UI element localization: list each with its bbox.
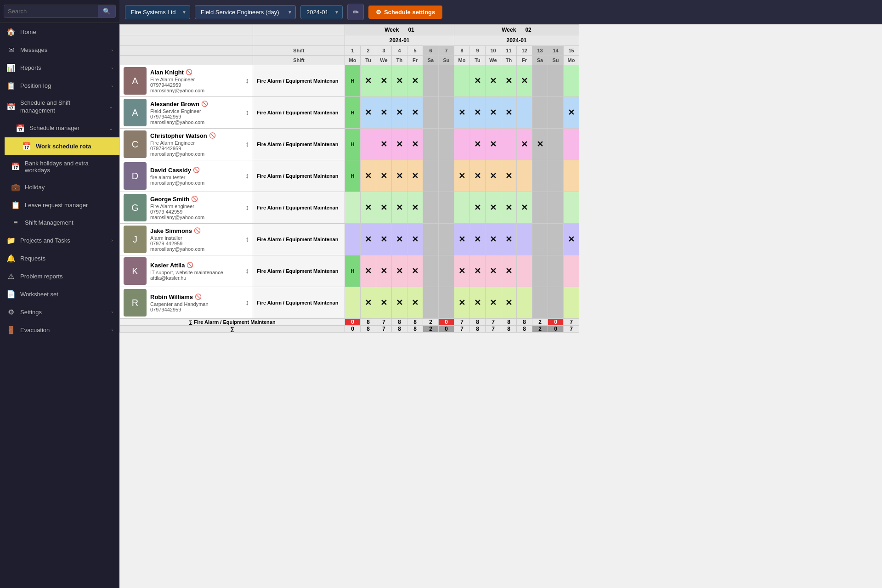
sidebar-item-worksheet-set[interactable]: 📄 Worksheet set	[0, 285, 119, 303]
day-cell-w1-5-robin-williams[interactable]	[423, 287, 439, 319]
sidebar-item-leave-request[interactable]: 📋 Leave request manager	[0, 196, 119, 214]
day-cell-w2-6-kasler-attila[interactable]	[548, 255, 564, 287]
day-cell-w2-0-george-smith[interactable]	[454, 192, 470, 224]
sort-arrows-icon[interactable]: ↕	[245, 204, 249, 212]
day-cell-w1-2-alexander-brown[interactable]: ✕	[376, 97, 392, 129]
day-cell-w1-6-christopher-watson[interactable]	[439, 129, 454, 160]
day-cell-w2-4-christopher-watson[interactable]: ✕	[517, 129, 532, 160]
day-cell-w1-1-kasler-attila[interactable]: ✕	[361, 255, 376, 287]
sidebar-item-problem-reports[interactable]: ⚠ Problem reports	[0, 267, 119, 285]
period-select[interactable]: 2024-01	[300, 5, 343, 19]
sidebar-item-position-log[interactable]: 📋 Position log ›	[0, 77, 119, 95]
day-cell-w2-2-christopher-watson[interactable]: ✕	[486, 129, 501, 160]
day-cell-w2-2-jake-simmons[interactable]: ✕	[486, 224, 501, 255]
sidebar-item-home[interactable]: 🏠 Home	[0, 23, 119, 41]
day-cell-w2-6-robin-williams[interactable]	[548, 287, 564, 319]
day-cell-w1-1-david-cassidy[interactable]: ✕	[361, 160, 376, 192]
search-input[interactable]	[4, 5, 98, 18]
day-cell-w2-7-kasler-attila[interactable]	[564, 255, 579, 287]
day-cell-w2-0-david-cassidy[interactable]: ✕	[454, 160, 470, 192]
day-cell-w2-3-robin-williams[interactable]: ✕	[501, 287, 517, 319]
day-cell-w1-4-alexander-brown[interactable]: ✕	[407, 97, 423, 129]
day-cell-w1-5-jake-simmons[interactable]	[423, 224, 439, 255]
day-cell-w2-1-david-cassidy[interactable]: ✕	[470, 160, 486, 192]
sidebar-item-schedule-manager[interactable]: 📅 Schedule manager ⌄	[5, 119, 119, 137]
sort-arrows-icon[interactable]: ↕	[245, 235, 249, 243]
day-cell-w1-5-george-smith[interactable]	[423, 192, 439, 224]
day-cell-w1-2-robin-williams[interactable]: ✕	[376, 287, 392, 319]
day-cell-w1-0-alexander-brown[interactable]: H	[345, 97, 361, 129]
day-cell-w1-4-christopher-watson[interactable]: ✕	[407, 129, 423, 160]
day-cell-w2-4-robin-williams[interactable]	[517, 287, 532, 319]
day-cell-w1-5-kasler-attila[interactable]	[423, 255, 439, 287]
sort-arrows-icon[interactable]: ↕	[245, 299, 249, 307]
day-cell-w1-3-kasler-attila[interactable]: ✕	[392, 255, 407, 287]
day-cell-w2-2-alexander-brown[interactable]: ✕	[486, 97, 501, 129]
day-cell-w1-4-george-smith[interactable]: ✕	[407, 192, 423, 224]
day-cell-w1-1-jake-simmons[interactable]: ✕	[361, 224, 376, 255]
day-cell-w1-4-david-cassidy[interactable]: ✕	[407, 160, 423, 192]
day-cell-w1-0-christopher-watson[interactable]: H	[345, 129, 361, 160]
day-cell-w2-2-david-cassidy[interactable]: ✕	[486, 160, 501, 192]
day-cell-w2-0-jake-simmons[interactable]: ✕	[454, 224, 470, 255]
day-cell-w1-2-george-smith[interactable]: ✕	[376, 192, 392, 224]
day-cell-w2-6-christopher-watson[interactable]	[548, 129, 564, 160]
sort-arrows-icon[interactable]: ↕	[245, 140, 249, 148]
schedule-settings-button[interactable]: ⚙ Schedule settings	[368, 6, 442, 19]
day-cell-w1-4-robin-williams[interactable]: ✕	[407, 287, 423, 319]
day-cell-w1-3-george-smith[interactable]: ✕	[392, 192, 407, 224]
day-cell-w1-2-alan-knight[interactable]: ✕	[376, 65, 392, 97]
day-cell-w1-0-kasler-attila[interactable]: H	[345, 255, 361, 287]
day-cell-w2-6-david-cassidy[interactable]	[548, 160, 564, 192]
day-cell-w1-4-kasler-attila[interactable]: ✕	[407, 255, 423, 287]
day-cell-w1-0-george-smith[interactable]	[345, 192, 361, 224]
day-cell-w2-1-kasler-attila[interactable]: ✕	[470, 255, 486, 287]
day-cell-w2-2-george-smith[interactable]: ✕	[486, 192, 501, 224]
day-cell-w2-5-christopher-watson[interactable]: ✕	[532, 129, 548, 160]
sidebar-item-messages[interactable]: ✉ Messages ›	[0, 41, 119, 59]
day-cell-w1-2-jake-simmons[interactable]: ✕	[376, 224, 392, 255]
day-cell-w2-3-george-smith[interactable]: ✕	[501, 192, 517, 224]
day-cell-w1-3-david-cassidy[interactable]: ✕	[392, 160, 407, 192]
day-cell-w1-3-christopher-watson[interactable]: ✕	[392, 129, 407, 160]
day-cell-w1-6-alan-knight[interactable]	[439, 65, 454, 97]
day-cell-w1-1-george-smith[interactable]: ✕	[361, 192, 376, 224]
day-cell-w1-2-david-cassidy[interactable]: ✕	[376, 160, 392, 192]
sort-arrows-icon[interactable]: ↕	[245, 77, 249, 85]
day-cell-w2-5-robin-williams[interactable]	[532, 287, 548, 319]
day-cell-w2-3-kasler-attila[interactable]: ✕	[501, 255, 517, 287]
day-cell-w1-6-jake-simmons[interactable]	[439, 224, 454, 255]
day-cell-w1-0-david-cassidy[interactable]: H	[345, 160, 361, 192]
day-cell-w1-5-david-cassidy[interactable]	[423, 160, 439, 192]
day-cell-w1-1-robin-williams[interactable]: ✕	[361, 287, 376, 319]
day-cell-w2-5-jake-simmons[interactable]	[532, 224, 548, 255]
day-cell-w1-0-jake-simmons[interactable]	[345, 224, 361, 255]
day-cell-w2-2-robin-williams[interactable]: ✕	[486, 287, 501, 319]
sidebar-item-evacuation[interactable]: 🚪 Evacuation ›	[0, 321, 119, 339]
sidebar-item-requests[interactable]: 🔔 Requests	[0, 249, 119, 267]
day-cell-w1-1-alexander-brown[interactable]: ✕	[361, 97, 376, 129]
sidebar-item-work-schedule-rota[interactable]: 📅 Work schedule rota	[5, 137, 119, 155]
day-cell-w2-6-alan-knight[interactable]	[548, 65, 564, 97]
day-cell-w2-1-robin-williams[interactable]: ✕	[470, 287, 486, 319]
day-cell-w1-3-alexander-brown[interactable]: ✕	[392, 97, 407, 129]
day-cell-w2-5-kasler-attila[interactable]	[532, 255, 548, 287]
sort-arrows-icon[interactable]: ↕	[245, 267, 249, 275]
day-cell-w2-3-jake-simmons[interactable]: ✕	[501, 224, 517, 255]
day-cell-w1-2-christopher-watson[interactable]: ✕	[376, 129, 392, 160]
day-cell-w2-4-jake-simmons[interactable]	[517, 224, 532, 255]
sidebar-item-reports[interactable]: 📊 Reports ›	[0, 59, 119, 77]
day-cell-w2-5-alexander-brown[interactable]	[532, 97, 548, 129]
day-cell-w2-3-alexander-brown[interactable]: ✕	[501, 97, 517, 129]
company-select[interactable]: Fire Systems Ltd	[125, 5, 190, 19]
day-cell-w2-3-alan-knight[interactable]: ✕	[501, 65, 517, 97]
day-cell-w2-6-alexander-brown[interactable]	[548, 97, 564, 129]
edit-button[interactable]: ✏	[347, 4, 364, 20]
day-cell-w2-0-alan-knight[interactable]	[454, 65, 470, 97]
day-cell-w2-7-alexander-brown[interactable]: ✕	[564, 97, 579, 129]
day-cell-w1-1-christopher-watson[interactable]	[361, 129, 376, 160]
day-cell-w2-1-jake-simmons[interactable]: ✕	[470, 224, 486, 255]
day-cell-w2-1-george-smith[interactable]: ✕	[470, 192, 486, 224]
sort-arrows-icon[interactable]: ↕	[245, 172, 249, 180]
day-cell-w2-4-kasler-attila[interactable]	[517, 255, 532, 287]
